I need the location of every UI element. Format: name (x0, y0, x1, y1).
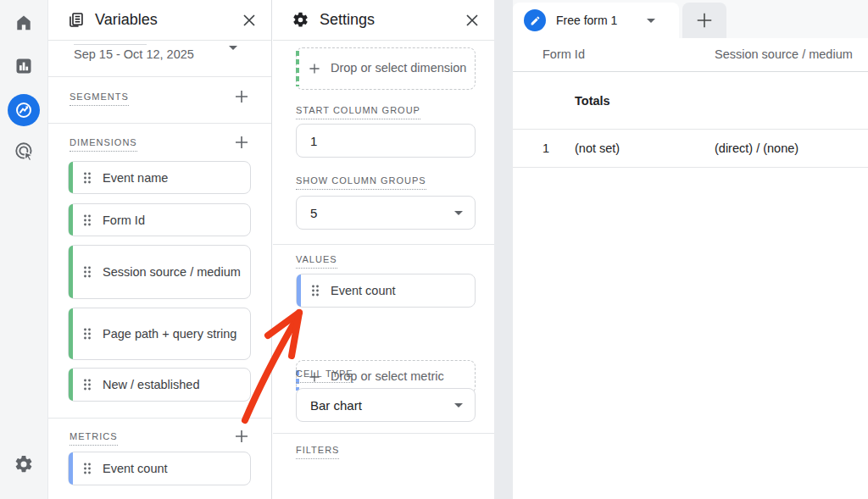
divider (48, 418, 271, 419)
show-column-groups-select[interactable]: 5 (296, 196, 476, 230)
metrics-label: METRICS (70, 431, 118, 446)
green-accent (69, 246, 73, 298)
divider (48, 76, 271, 77)
settings-gear-icon (292, 11, 309, 29)
reports-icon[interactable] (14, 56, 34, 76)
row-source-medium: (direct) / (none) (715, 141, 798, 155)
table-card: Form Id Session source / medium Totals 1… (513, 38, 868, 499)
date-selector-remnant (74, 44, 147, 45)
row-index: 1 (542, 141, 549, 155)
settings-title: Settings (320, 11, 375, 29)
dimension-chip[interactable]: Session source / medium (68, 245, 251, 299)
home-icon[interactable] (14, 13, 34, 33)
close-variables-icon[interactable] (241, 12, 258, 29)
advertising-icon[interactable] (14, 141, 34, 161)
add-segment-icon[interactable] (233, 88, 250, 105)
column-header-form-id[interactable]: Form Id (542, 47, 585, 61)
table-header: Form Id Session source / medium (513, 38, 868, 72)
table-row[interactable]: 1 (not set) (direct) / (none) (513, 130, 868, 168)
dimension-chip[interactable]: Event name (68, 161, 251, 194)
cell-type-value: Bar chart (310, 398, 362, 413)
dimension-chip[interactable]: Form Id (68, 203, 251, 236)
column-header-session-source-medium[interactable]: Session source / medium (715, 47, 853, 61)
plus-icon (695, 11, 714, 30)
blue-accent (69, 452, 73, 485)
drag-handle-icon[interactable] (311, 285, 320, 297)
divider (48, 123, 271, 124)
values-metric-label: Event count (331, 284, 396, 297)
metric-chip-label: Event count (103, 462, 168, 475)
start-column-group-value: 1 (310, 134, 317, 148)
add-dimension-icon[interactable] (233, 134, 250, 151)
add-metric-icon[interactable] (233, 428, 250, 445)
dimension-dropzone-label: Drop or select dimension (331, 60, 466, 77)
divider (273, 244, 494, 245)
settings-header: Settings (273, 0, 494, 41)
values-metric-chip[interactable]: Event count (296, 274, 476, 308)
tab-free-form[interactable]: Free form 1 (513, 3, 679, 38)
row-form-id: (not set) (575, 141, 620, 155)
app-nav-rail (0, 0, 48, 499)
dimension-chip-label: Event name (103, 171, 168, 185)
variables-title: Variables (95, 11, 158, 29)
dimension-chip-label: New / established (103, 378, 199, 391)
dimension-chip-label: Form Id (103, 213, 145, 227)
green-accent (69, 162, 73, 193)
cell-type-select[interactable]: Bar chart (296, 388, 476, 422)
totals-row: Totals (513, 72, 868, 130)
dimension-chip-label: Page path + query string (103, 324, 236, 343)
start-column-group-label: START COLUMN GROUP (296, 105, 420, 119)
metric-chip[interactable]: Event count (68, 452, 251, 485)
edit-tab-icon[interactable] (524, 9, 546, 31)
dimension-chip[interactable]: New / established (68, 368, 251, 402)
green-accent (69, 204, 73, 236)
drag-handle-icon[interactable] (83, 214, 92, 226)
cell-type-label: CELL TYPE (296, 369, 353, 383)
explore-icon[interactable] (8, 94, 40, 126)
chevron-down-icon (454, 403, 463, 408)
dimension-chip[interactable]: Page path + query string (68, 308, 251, 360)
panel-gap (494, 0, 513, 499)
dimension-chip-label: Session source / medium (103, 263, 241, 281)
drag-handle-icon[interactable] (83, 379, 92, 391)
divider (273, 433, 494, 434)
add-tab-button[interactable] (682, 3, 726, 38)
date-caret-icon[interactable] (229, 46, 237, 50)
blue-accent (297, 274, 301, 307)
values-label: VALUES (296, 254, 337, 269)
date-range[interactable]: Sep 15 - Oct 12, 2025 (74, 47, 194, 61)
filters-label: FILTERS (296, 445, 339, 459)
admin-gear-icon[interactable] (14, 454, 34, 474)
variables-icon (67, 11, 85, 29)
variables-header: Variables (48, 0, 271, 41)
segments-label: SEGMENTS (70, 91, 129, 106)
start-column-group-input[interactable]: 1 (296, 124, 476, 158)
drag-handle-icon[interactable] (83, 172, 92, 184)
tab-caret-icon[interactable] (647, 19, 655, 23)
chevron-down-icon (454, 211, 463, 215)
dimensions-label: DIMENSIONS (70, 137, 137, 152)
drag-handle-icon[interactable] (83, 463, 92, 474)
drag-handle-icon[interactable] (83, 266, 92, 278)
totals-label: Totals (575, 94, 610, 108)
settings-panel: Settings Drop or select dimension START … (273, 0, 494, 499)
tab-label: Free form 1 (556, 14, 617, 27)
close-settings-icon[interactable] (464, 12, 481, 29)
drag-handle-icon[interactable] (83, 328, 92, 340)
exploration-canvas: Free form 1 Form Id Session source / med… (513, 0, 868, 499)
green-accent (69, 308, 73, 359)
show-column-groups-value: 5 (310, 206, 317, 220)
plus-icon (308, 62, 321, 75)
variables-panel: Variables Sep 15 - Oct 12, 2025 SEGMENTS… (48, 0, 272, 499)
green-accent (69, 369, 73, 401)
show-column-groups-label: SHOW COLUMN GROUPS (296, 175, 426, 190)
dimension-dropzone[interactable]: Drop or select dimension (296, 47, 476, 90)
